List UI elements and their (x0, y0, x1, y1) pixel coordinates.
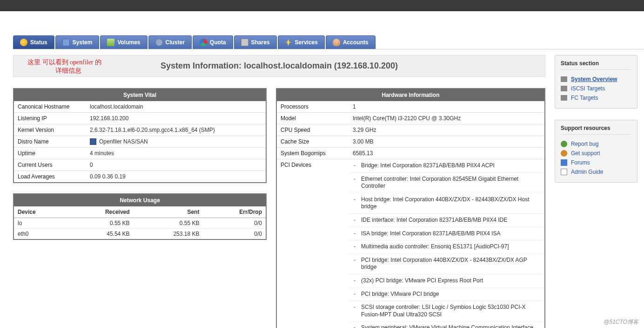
distro-icon (90, 138, 96, 145)
sidebar-link[interactable]: Forums (571, 159, 590, 166)
sidebar-link[interactable]: Report bug (571, 141, 598, 147)
row-value: Openfiler NAS/SAN (86, 136, 266, 148)
tab-volumes[interactable]: Volumes (100, 35, 147, 49)
table-row: Processors1 (277, 101, 544, 113)
col-header: Device (14, 206, 67, 218)
list-item: Bridge: Intel Corporation 82371AB/EB/MB … (349, 159, 544, 173)
table-row: Distro NameOpenfiler NAS/SAN (14, 136, 266, 148)
tab-accounts[interactable]: Accounts (326, 35, 376, 49)
tab-label: Quota (210, 39, 226, 46)
table-row: eth045.54 KB253.18 KB0/0 (14, 229, 266, 239)
status-section-list: System OverviewiSCSI TargetsFC Targets (561, 75, 631, 102)
support-resources-box: Support resources Report bugGet supportF… (555, 120, 637, 183)
guide-icon (561, 169, 567, 175)
tab-status[interactable]: Status (13, 35, 54, 49)
page-title-bar: 这里 可以看到 openfiler 的 详细信息 System Informat… (13, 55, 545, 77)
row-value: 3.29 GHz (349, 124, 544, 136)
table-row: Current Users0 (14, 159, 266, 171)
list-item: PCI bridge: Intel Corporation 440BX/ZX/D… (349, 254, 544, 274)
accounts-icon (333, 39, 340, 46)
sidebar-link[interactable]: iSCSI Targets (571, 85, 605, 92)
list-item: SCSI storage controller: LSI Logic / Sym… (349, 301, 544, 321)
hardware-info-table: Processors1ModelIntel(R) Core(TM) i3-212… (277, 101, 544, 328)
table-row: Listening IP192.168.10.200 (14, 113, 266, 124)
pci-list: Bridge: Intel Corporation 82371AB/EB/MB … (349, 159, 544, 328)
shares-icon (241, 39, 248, 46)
annotation-line: 这里 可以看到 openfiler 的 (27, 58, 101, 67)
list-item: Multimedia audio controller: Ensoniq ES1… (349, 240, 544, 254)
hardware-info-heading: Hardware Information (277, 89, 544, 101)
tab-services[interactable]: Services (278, 35, 325, 49)
sidebar-item: iSCSI Targets (561, 84, 631, 93)
row-label: Distro Name (14, 136, 86, 148)
sidebar-link[interactable]: Get support (571, 150, 600, 157)
tab-label: Accounts (343, 39, 369, 46)
pci-devices-row: PCI DevicesBridge: Intel Corporation 823… (277, 159, 544, 328)
row-label: Model (277, 113, 349, 124)
sidebar-item: Get support (561, 149, 631, 158)
row-value: 2.6.32-71.18.1.el6-0.20.smp.gcc4.1.x86_6… (86, 124, 266, 136)
row-label: Load Averages (14, 171, 86, 183)
tab-cluster[interactable]: Cluster (148, 35, 192, 49)
row-value: 4 minutes (86, 148, 266, 159)
support-icon (561, 150, 567, 157)
system-vital-panel: System Vital Canonical Hostnamelocalhost… (13, 88, 267, 183)
tab-label: System (73, 39, 93, 46)
tab-quota[interactable]: Quota (193, 35, 233, 49)
table-row: ModelIntel(R) Core(TM) i3-2120 CPU @ 3.3… (277, 113, 544, 124)
table-row: CPU Speed3.29 GHz (277, 124, 544, 136)
network-usage-panel: Network Usage DeviceReceivedSentErr/Drop… (13, 193, 267, 240)
cell: 0.55 KB (134, 218, 203, 229)
tab-shares[interactable]: Shares (234, 35, 277, 49)
cluster-icon (155, 39, 163, 46)
system-vital-heading: System Vital (14, 89, 266, 101)
row-value: Intel(R) Core(TM) i3-2120 CPU @ 3.30GHz (349, 113, 544, 124)
sidebar-link[interactable]: System Overview (571, 76, 617, 82)
row-value: 0 (86, 159, 266, 171)
tab-label: Cluster (166, 39, 185, 46)
cell: lo (14, 218, 67, 229)
table-row: Kernel Version2.6.32-71.18.1.el6-0.20.sm… (14, 124, 266, 136)
table-row: lo0.55 KB0.55 KB0/0 (14, 218, 266, 229)
cell: 0.55 KB (67, 218, 134, 229)
table-row: Canonical Hostnamelocalhost.localdomain (14, 101, 266, 113)
tab-system[interactable]: System (55, 35, 100, 49)
row-label: PCI Devices (277, 159, 349, 328)
col-header: Received (67, 206, 134, 218)
tab-label: Services (295, 39, 318, 46)
row-value: 192.168.10.200 (86, 113, 266, 124)
hardware-info-panel: Hardware Information Processors1ModelInt… (276, 88, 545, 328)
cell: eth0 (14, 229, 67, 239)
network-usage-heading: Network Usage (14, 194, 266, 206)
sidebar-link[interactable]: Admin Guide (571, 169, 603, 175)
row-label: Current Users (14, 159, 86, 171)
cell: 253.18 KB (134, 229, 203, 239)
table-row: System Bogomips6585.13 (277, 148, 544, 159)
row-label: Canonical Hostname (14, 101, 86, 113)
status-section-box: Status section System OverviewiSCSI Targ… (555, 55, 637, 109)
support-resources-list: Report bugGet supportForumsAdmin Guide (561, 139, 631, 177)
list-item: PCI bridge: VMware PCI bridge (349, 288, 544, 301)
row-label: Kernel Version (14, 124, 86, 136)
forums-icon (561, 159, 567, 166)
cell: 45.54 KB (67, 229, 134, 239)
list-item: Ethernet controller: Intel Corporation 8… (349, 173, 544, 193)
sidebar-link[interactable]: FC Targets (571, 95, 598, 101)
main-nav-tabs: StatusSystemVolumesClusterQuotaSharesSer… (13, 35, 644, 49)
row-label: Processors (277, 101, 349, 113)
table-header-row: DeviceReceivedSentErr/Drop (14, 206, 266, 218)
status-section-heading: Status section (561, 60, 631, 70)
row-label: System Bogomips (277, 148, 349, 159)
table-row: Cache Size3.00 MB (277, 136, 544, 148)
pci-list-cell: Bridge: Intel Corporation 82371AB/EB/MB … (349, 159, 544, 328)
row-label: Uptime (14, 148, 86, 159)
row-label: Listening IP (14, 113, 86, 124)
network-usage-table: DeviceReceivedSentErr/Droplo0.55 KB0.55 … (14, 206, 266, 239)
list-item: Host bridge: Intel Corporation 440BX/ZX/… (349, 193, 544, 214)
list-item: (32x) PCI bridge: VMware PCI Express Roo… (349, 274, 544, 288)
row-label: CPU Speed (277, 124, 349, 136)
sidebar-item: Forums (561, 158, 631, 167)
volumes-icon (107, 39, 114, 46)
sidebar-item: Admin Guide (561, 167, 631, 177)
list-item: IDE interface: Intel Corporation 82371AB… (349, 214, 544, 227)
